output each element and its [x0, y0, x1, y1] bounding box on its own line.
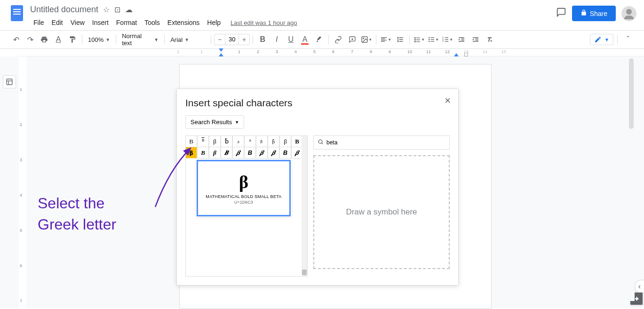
- grid-scrollbar[interactable]: [302, 136, 307, 276]
- undo-button[interactable]: ↶: [9, 33, 23, 46]
- char-cell[interactable]: B: [185, 135, 197, 147]
- align-button[interactable]: ▼: [379, 33, 392, 46]
- preview-code: U+1D6C3: [234, 200, 253, 205]
- char-cell[interactable]: ᴮ: [197, 135, 209, 147]
- outline-toggle-button[interactable]: [3, 75, 16, 88]
- line-spacing-button[interactable]: [393, 33, 406, 46]
- char-cell[interactable]: ꞵ: [268, 135, 279, 147]
- character-search-input[interactable]: [326, 139, 445, 146]
- font-size-increase[interactable]: +: [239, 34, 249, 45]
- toolbar: ↶ ↷ A 100%▼ Normal text▼ Arial▼ − 30 + B…: [0, 30, 644, 49]
- char-cell[interactable]: 𝜷: [232, 147, 244, 158]
- last-edit-link[interactable]: Last edit was 1 hour ago: [231, 19, 297, 26]
- char-cell[interactable]: ᵝ: [244, 135, 256, 147]
- insert-image-button[interactable]: ▼: [360, 33, 373, 46]
- redo-button[interactable]: ↷: [24, 33, 37, 46]
- increase-indent-button[interactable]: [469, 33, 482, 46]
- expand-toolbar-button[interactable]: ˆ: [621, 33, 635, 46]
- font-size-value[interactable]: 30: [225, 34, 239, 45]
- numbered-list-button[interactable]: 123▼: [441, 33, 454, 46]
- category-dropdown[interactable]: Search Results▼: [185, 115, 244, 129]
- character-search-box: [313, 135, 450, 150]
- cloud-icon[interactable]: ☁: [125, 5, 133, 14]
- menu-insert[interactable]: Insert: [89, 17, 112, 28]
- underline-button[interactable]: U: [284, 33, 297, 46]
- side-panel-toggle[interactable]: ‹: [635, 280, 644, 293]
- insert-link-button[interactable]: [332, 33, 345, 46]
- menubar: File Edit View Insert Format Tools Exten…: [30, 17, 556, 28]
- menu-file[interactable]: File: [30, 17, 48, 28]
- dialog-title: Insert special characters: [185, 97, 450, 109]
- svg-line-14: [322, 143, 323, 144]
- share-button[interactable]: Share: [572, 6, 616, 21]
- char-cell[interactable]: 𝑩: [221, 147, 232, 158]
- spellcheck-button[interactable]: A: [52, 33, 65, 46]
- font-size-control: − 30 +: [214, 34, 250, 45]
- paint-format-button[interactable]: [66, 33, 79, 46]
- char-cell-selected[interactable]: 𝛃: [185, 147, 197, 158]
- comments-icon[interactable]: [556, 7, 566, 20]
- move-icon[interactable]: ⊡: [114, 5, 120, 14]
- char-cell[interactable]: ꞵ: [256, 135, 268, 147]
- text-color-button[interactable]: A: [298, 33, 311, 46]
- italic-button[interactable]: I: [270, 33, 283, 46]
- char-cell[interactable]: 𝜷: [268, 147, 279, 158]
- draw-symbol-area[interactable]: Draw a symbol here: [313, 155, 450, 269]
- char-cell[interactable]: B: [244, 147, 256, 158]
- app-header: Untitled document ☆ ⊡ ☁ File Edit View I…: [0, 0, 644, 30]
- star-icon[interactable]: ☆: [103, 5, 110, 14]
- svg-text:3: 3: [443, 40, 444, 42]
- char-cell[interactable]: β: [209, 147, 221, 158]
- decrease-indent-button[interactable]: [455, 33, 468, 46]
- svg-point-6: [429, 41, 430, 42]
- menu-view[interactable]: View: [67, 17, 88, 28]
- vertical-scrollbar[interactable]: [628, 56, 635, 301]
- menu-tools[interactable]: Tools: [141, 17, 163, 28]
- char-cell[interactable]: β: [209, 135, 221, 147]
- svg-point-4: [429, 37, 430, 39]
- svg-rect-10: [7, 79, 12, 85]
- add-comment-button[interactable]: [346, 33, 359, 46]
- character-preview-tooltip: β MATHEMATICAL BOLD SMALL BETA U+1D6C3: [197, 160, 291, 216]
- svg-point-5: [429, 39, 430, 40]
- close-icon[interactable]: ×: [445, 95, 451, 107]
- style-select[interactable]: Normal text▼: [119, 34, 161, 45]
- char-cell[interactable]: B: [197, 147, 209, 158]
- char-cell[interactable]: β: [279, 135, 291, 147]
- char-cell[interactable]: ƀ: [221, 135, 232, 147]
- print-button[interactable]: [38, 33, 51, 46]
- char-cell[interactable]: B: [279, 147, 291, 158]
- menu-format[interactable]: Format: [113, 17, 140, 28]
- clear-formatting-button[interactable]: [483, 33, 496, 46]
- horizontal-ruler[interactable]: 2 1 1 2 3 4 5 6 7 8 9 10 11 12 13 14: [0, 49, 644, 56]
- bold-button[interactable]: B: [256, 33, 269, 46]
- font-select[interactable]: Arial▼: [167, 34, 208, 45]
- menu-extensions[interactable]: Extensions: [164, 17, 203, 28]
- bullet-list-button[interactable]: ▼: [427, 33, 440, 46]
- preview-name: MATHEMATICAL BOLD SMALL BETA: [206, 194, 281, 199]
- font-size-decrease[interactable]: −: [215, 34, 225, 45]
- checklist-button[interactable]: ▼: [413, 33, 426, 46]
- char-cell[interactable]: ᵦ: [232, 135, 244, 147]
- search-icon: [318, 138, 324, 147]
- editing-mode-button[interactable]: ▼: [590, 34, 613, 45]
- char-cell[interactable]: 𝜷: [256, 147, 268, 158]
- svg-point-13: [318, 140, 322, 143]
- vertical-ruler[interactable]: 1 2 3 4 5 6 7: [19, 56, 26, 309]
- docs-logo[interactable]: [8, 4, 26, 23]
- menu-help[interactable]: Help: [204, 17, 224, 28]
- highlight-button[interactable]: [312, 33, 326, 46]
- user-avatar[interactable]: [621, 6, 636, 21]
- document-title[interactable]: Untitled document: [30, 5, 98, 15]
- lock-icon: [580, 9, 587, 17]
- preview-glyph: β: [239, 172, 248, 192]
- menu-edit[interactable]: Edit: [48, 17, 66, 28]
- zoom-select[interactable]: 100%▼: [85, 34, 113, 45]
- svg-point-3: [363, 38, 364, 39]
